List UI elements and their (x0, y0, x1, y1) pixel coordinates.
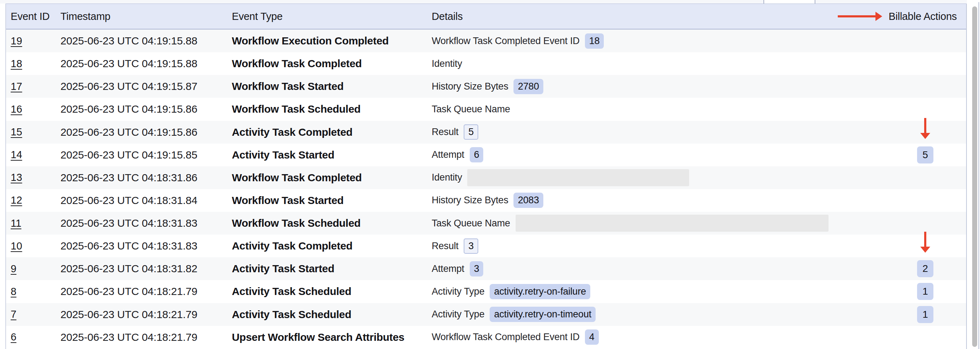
event-type-cell: Activity Task Started (232, 257, 334, 280)
event-id-cell: 8 (11, 280, 16, 303)
details-cell: Identity (432, 166, 689, 189)
event-id-link[interactable]: 6 (11, 331, 16, 343)
column-header-billable-actions: Billable Actions (889, 4, 957, 29)
detail-value-badge: 18 (585, 33, 604, 49)
detail-label: Identity (432, 58, 462, 69)
event-id-link[interactable]: 15 (11, 126, 22, 138)
column-header-timestamp: Timestamp (60, 4, 111, 29)
event-type-cell: Workflow Execution Completed (232, 30, 389, 52)
details-cell: History Size Bytes 2083 (432, 189, 543, 212)
event-id-cell: 19 (11, 30, 22, 52)
event-id-link[interactable]: 9 (11, 263, 16, 275)
event-id-link[interactable]: 16 (11, 103, 22, 115)
event-id-cell: 11 (11, 212, 21, 235)
event-id-link[interactable]: 11 (11, 217, 21, 229)
timestamp-cell: 2025-06-23 UTC 04:18:21.79 (60, 303, 197, 326)
timestamp-cell: 2025-06-23 UTC 04:19:15.85 (60, 144, 197, 166)
top-ui-edge-strip (0, 0, 967, 3)
table-row[interactable]: 13 2025-06-23 UTC 04:18:31.86 Workflow T… (6, 166, 966, 189)
red-arrow-down-icon (924, 118, 926, 133)
event-id-link[interactable]: 8 (11, 286, 16, 297)
timestamp-cell: 2025-06-23 UTC 04:18:31.83 (60, 212, 197, 235)
column-header-details: Details (432, 4, 463, 29)
timestamp-cell: 2025-06-23 UTC 04:19:15.88 (60, 30, 197, 52)
table-row[interactable]: 17 2025-06-23 UTC 04:19:15.87 Workflow T… (6, 75, 966, 98)
table-header-row: Event ID Timestamp Event Type Details Bi… (6, 3, 966, 30)
billable-actions-cell: 1 (917, 280, 934, 303)
billable-actions-cell: 2 (917, 257, 934, 280)
detail-label: Identity (432, 172, 462, 183)
event-id-cell: 6 (11, 326, 16, 349)
table-body: 19 2025-06-23 UTC 04:19:15.88 Workflow E… (6, 30, 966, 349)
table-row[interactable]: 14 2025-06-23 UTC 04:19:15.85 Activity T… (6, 144, 966, 166)
details-cell: Result 3 (432, 235, 478, 257)
table-row[interactable]: 12 2025-06-23 UTC 04:18:31.84 Workflow T… (6, 189, 966, 212)
event-id-link[interactable]: 7 (11, 308, 16, 320)
details-cell: Result 5 (432, 121, 478, 144)
event-id-link[interactable]: 14 (11, 149, 22, 161)
billable-actions-cell: 5 (917, 144, 934, 166)
table-row[interactable]: 6 2025-06-23 UTC 04:18:21.79 Upsert Work… (6, 326, 966, 349)
event-id-cell: 10 (11, 235, 22, 257)
table-row[interactable]: 7 2025-06-23 UTC 04:18:21.79 Activity Ta… (6, 303, 966, 326)
event-id-cell: 17 (11, 75, 22, 98)
table-row[interactable]: 19 2025-06-23 UTC 04:19:15.88 Workflow E… (6, 30, 966, 52)
top-ui-edge-box (764, 0, 815, 3)
event-id-link[interactable]: 12 (11, 194, 22, 206)
timestamp-cell: 2025-06-23 UTC 04:19:15.88 (60, 52, 197, 75)
event-type-cell: Upsert Workflow Search Attributes (232, 326, 404, 349)
event-type-cell: Activity Task Started (232, 144, 334, 166)
table-row[interactable]: 8 2025-06-23 UTC 04:18:21.79 Activity Ta… (6, 280, 966, 303)
billable-actions-cell (917, 30, 934, 52)
detail-label: Result (432, 127, 458, 138)
table-row[interactable]: 11 2025-06-23 UTC 04:18:31.83 Workflow T… (6, 212, 966, 235)
table-row[interactable]: 16 2025-06-23 UTC 04:19:15.86 Workflow T… (6, 98, 966, 121)
timestamp-cell: 2025-06-23 UTC 04:18:31.82 (60, 257, 197, 280)
event-id-link[interactable]: 18 (11, 58, 22, 70)
details-cell: Attempt 3 (432, 257, 483, 280)
event-id-link[interactable]: 17 (11, 81, 22, 92)
billable-actions-cell (917, 189, 934, 212)
event-type-cell: Workflow Task Scheduled (232, 212, 361, 235)
detail-value-badge: activity.retry-on-failure (490, 284, 590, 299)
table-row[interactable]: 10 2025-06-23 UTC 04:18:31.83 Activity T… (6, 235, 966, 257)
details-cell: Task Queue Name (432, 212, 829, 235)
details-cell: Attempt 6 (432, 144, 483, 166)
event-id-cell: 7 (11, 303, 16, 326)
event-id-cell: 18 (11, 52, 22, 75)
billable-actions-cell (917, 98, 934, 121)
timestamp-cell: 2025-06-23 UTC 04:18:21.79 (60, 280, 197, 303)
event-id-link[interactable]: 19 (11, 35, 22, 47)
event-id-cell: 12 (11, 189, 22, 212)
event-id-cell: 14 (11, 144, 22, 166)
details-cell: Activity Type activity.retry-on-timeout (432, 303, 596, 326)
timestamp-cell: 2025-06-23 UTC 04:19:15.86 (60, 98, 197, 121)
event-type-cell: Workflow Task Scheduled (232, 98, 361, 121)
detail-label: Activity Type (432, 286, 484, 297)
event-id-link[interactable]: 13 (11, 172, 22, 183)
table-row[interactable]: 9 2025-06-23 UTC 04:18:31.82 Activity Ta… (6, 257, 966, 280)
billable-actions-cell (917, 212, 934, 235)
details-cell: Workflow Task Completed Event ID 4 (432, 326, 599, 349)
billable-actions-cell (917, 166, 934, 189)
vertical-scrollbar-thumb[interactable] (972, 6, 977, 347)
column-header-event-id: Event ID (11, 4, 50, 29)
event-id-cell: 9 (11, 257, 16, 280)
details-cell: Task Queue Name (432, 98, 510, 121)
billable-count-badge: 5 (917, 146, 934, 163)
timestamp-cell: 2025-06-23 UTC 04:18:21.79 (60, 326, 197, 349)
event-type-cell: Workflow Task Completed (232, 52, 362, 75)
table-row[interactable]: 15 2025-06-23 UTC 04:19:15.86 Activity T… (6, 121, 966, 144)
table-row[interactable]: 18 2025-06-23 UTC 04:19:15.88 Workflow T… (6, 52, 966, 75)
billable-actions-cell (917, 52, 934, 75)
detail-label: Activity Type (432, 309, 484, 320)
billable-actions-cell (917, 75, 934, 98)
event-type-cell: Workflow Task Started (232, 189, 344, 212)
event-id-link[interactable]: 10 (11, 240, 22, 252)
detail-value-badge: 2083 (514, 193, 543, 208)
timestamp-cell: 2025-06-23 UTC 04:18:31.86 (60, 166, 197, 189)
event-history-table: Event ID Timestamp Event Type Details Bi… (5, 3, 967, 349)
column-header-event-type: Event Type (232, 4, 283, 29)
red-arrow-right-icon (838, 15, 875, 17)
event-id-cell: 16 (11, 98, 22, 121)
